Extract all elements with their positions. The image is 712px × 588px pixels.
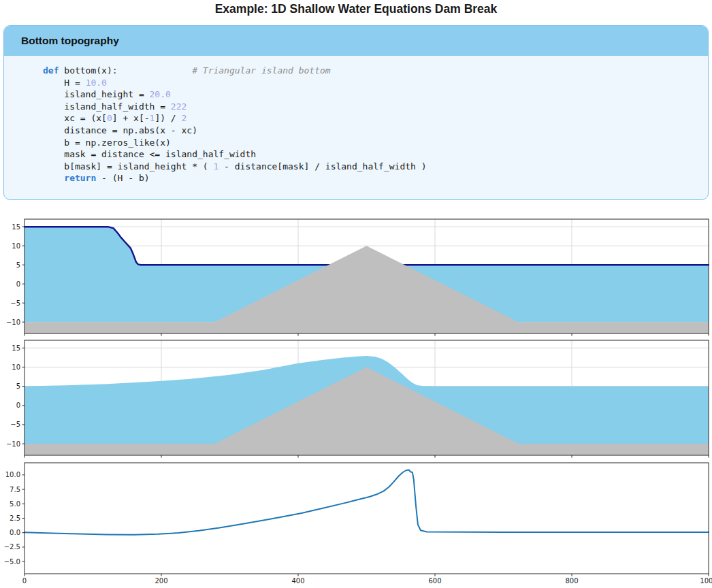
y-tick-label: 5.0 — [10, 500, 20, 508]
y-tick-label: −5 — [10, 421, 20, 428]
y-tick-label: 5 — [16, 261, 20, 269]
x-tick-label: 200 — [155, 577, 167, 585]
y-tick-label: 10.0 — [5, 471, 20, 478]
y-tick-label: 15 — [12, 223, 20, 231]
plot-evolved-state: 151050−5−10 — [6, 340, 709, 458]
plot-velocity: 10.07.55.02.50.0−2.5−5.00200400600800100… — [4, 463, 712, 585]
x-tick-label: 400 — [291, 577, 304, 585]
y-tick-label: −10 — [6, 440, 20, 448]
x-tick-label: 800 — [565, 577, 578, 585]
page: Example: 1D Shallow Water Equations Dam … — [0, 0, 712, 588]
plot-frame — [25, 463, 709, 574]
y-tick-label: 0 — [16, 402, 20, 409]
x-tick-label: 600 — [428, 577, 441, 585]
y-tick-label: 0.0 — [10, 529, 20, 536]
y-tick-label: 15 — [12, 344, 20, 352]
y-tick-label: 7.5 — [10, 486, 20, 493]
velocity-line — [25, 470, 709, 534]
y-tick-label: −5 — [10, 299, 20, 307]
x-tick-label: 1000 — [700, 577, 712, 585]
y-tick-label: 2.5 — [10, 514, 20, 522]
y-tick-label: −2.5 — [4, 543, 20, 551]
y-tick-label: −10 — [6, 318, 20, 326]
charts-svg: 151050−5−10151050−5−1010.07.55.02.50.0−2… — [0, 0, 712, 588]
y-tick-label: 10 — [12, 363, 20, 371]
x-tick-label: 0 — [22, 577, 27, 585]
y-tick-label: −5.0 — [4, 558, 20, 566]
y-tick-label: 5 — [16, 382, 20, 390]
y-tick-label: 10 — [12, 242, 20, 250]
y-tick-label: 0 — [16, 280, 20, 288]
plot-initial-state: 151050−5−10 — [6, 219, 709, 336]
